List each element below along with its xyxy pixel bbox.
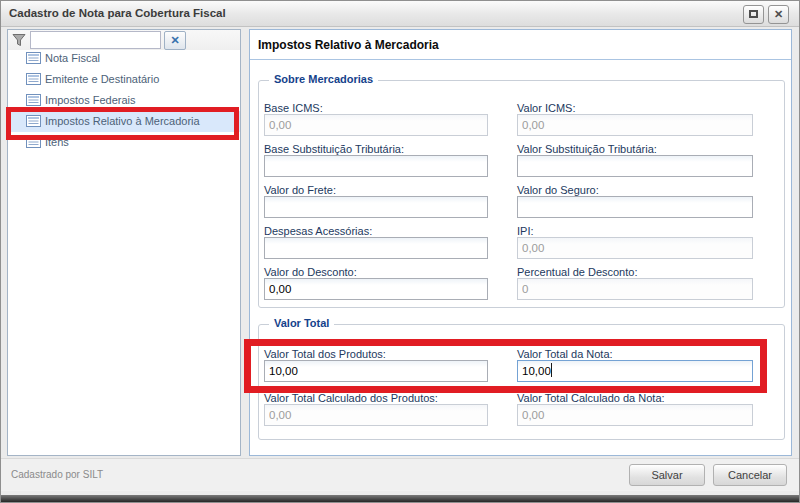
base-icms-input	[264, 114, 488, 136]
field-label-valor-desconto: Valor do Desconto:	[264, 266, 488, 278]
field-label-ipi: IPI:	[517, 225, 753, 237]
title-bar: Cadastro de Nota para Cobertura Fiscal ✕	[1, 1, 799, 27]
field-label-valor-total-produtos: Valor Total dos Produtos:	[264, 348, 488, 360]
sidebar-item-nota-fiscal[interactable]: Nota Fiscal	[8, 48, 240, 69]
list-icon	[26, 135, 41, 156]
fieldset-legend: Valor Total	[269, 317, 334, 329]
percentual-desconto-input	[517, 278, 753, 300]
panel-title: Impostos Relativo à Mercadoria	[258, 38, 439, 52]
close-icon: ✕	[774, 8, 783, 20]
filter-toolbar: ✕	[8, 30, 240, 50]
base-substituicao-input[interactable]	[264, 155, 488, 177]
fiscal-note-window: Cadastro de Nota para Cobertura Fiscal ✕…	[0, 0, 800, 503]
sidebar-item-label: Emitente e Destinatário	[45, 69, 159, 90]
window-bottom-edge	[1, 495, 799, 502]
cancel-button[interactable]: Cancelar	[713, 464, 787, 486]
sidebar-item-label: Impostos Relativo à Mercadoria	[45, 111, 200, 132]
maximize-icon	[749, 10, 758, 18]
section-tree: Nota Fiscal Emitente e Destinatário Impo…	[8, 48, 240, 153]
sidebar-item-impostos-federais[interactable]: Impostos Federais	[8, 90, 240, 111]
sidebar-item-impostos-relativo-mercadoria[interactable]: Impostos Relativo à Mercadoria	[8, 111, 240, 132]
registered-by-note: Cadastrado por SILT	[11, 469, 103, 480]
save-button[interactable]: Salvar	[629, 464, 705, 486]
main-panel: Impostos Relativo à Mercadoria Sobre Mer…	[249, 29, 792, 456]
valor-seguro-input[interactable]	[517, 196, 753, 218]
fieldset-legend: Sobre Mercadorias	[269, 73, 378, 85]
text-caret	[551, 363, 552, 377]
valor-total-calculado-produtos-input	[264, 404, 488, 426]
field-label-valor-icms: Valor ICMS:	[517, 102, 753, 114]
valor-frete-input[interactable]	[264, 196, 488, 218]
valor-total-produtos-input[interactable]	[264, 360, 488, 382]
field-label-despesas-acessorias: Despesas Acessórias:	[264, 225, 488, 237]
sidebar-item-label: Nota Fiscal	[45, 48, 100, 69]
sidebar-item-emitente-destinatario[interactable]: Emitente e Destinatário	[8, 69, 240, 90]
window-title: Cadastro de Nota para Cobertura Fiscal	[9, 7, 226, 19]
valor-icms-input	[517, 114, 753, 136]
close-button[interactable]: ✕	[768, 5, 789, 24]
sidebar-item-label: Impostos Federais	[45, 90, 135, 111]
maximize-button[interactable]	[743, 5, 764, 24]
valor-desconto-input[interactable]	[264, 278, 488, 300]
footer-bar: Cadastrado por SILT Salvar Cancelar	[1, 458, 799, 491]
field-label-valor-frete: Valor do Frete:	[264, 184, 488, 196]
field-label-base-icms: Base ICMS:	[264, 102, 488, 114]
field-label-valor-total-nota: Valor Total da Nota:	[517, 348, 753, 360]
despesas-acessorias-input[interactable]	[264, 237, 488, 259]
field-label-valor-total-calculado-produtos: Valor Total Calculado dos Produtos:	[264, 392, 488, 404]
valor-total-nota-input[interactable]	[517, 360, 753, 382]
field-label-valor-seguro: Valor do Seguro:	[517, 184, 753, 196]
tree-filter-input[interactable]	[30, 31, 161, 49]
valor-total-calculado-nota-input	[517, 404, 753, 426]
ipi-input	[517, 237, 753, 259]
field-label-base-substituicao: Base Substituição Tributária:	[264, 143, 488, 155]
field-label-valor-total-calculado-nota: Valor Total Calculado da Nota:	[517, 392, 753, 404]
field-label-percentual-desconto: Percentual de Desconto:	[517, 266, 753, 278]
sidebar-item-label: Itens	[45, 132, 69, 153]
navigation-sidebar: ✕ Nota Fiscal Emitente e Destinatário Im…	[7, 29, 241, 456]
field-label-valor-substituicao: Valor Substituição Tributária:	[517, 143, 753, 155]
sidebar-item-itens[interactable]: Itens	[8, 132, 240, 153]
valor-substituicao-input[interactable]	[517, 155, 753, 177]
panel-header: Impostos Relativo à Mercadoria	[250, 30, 791, 60]
